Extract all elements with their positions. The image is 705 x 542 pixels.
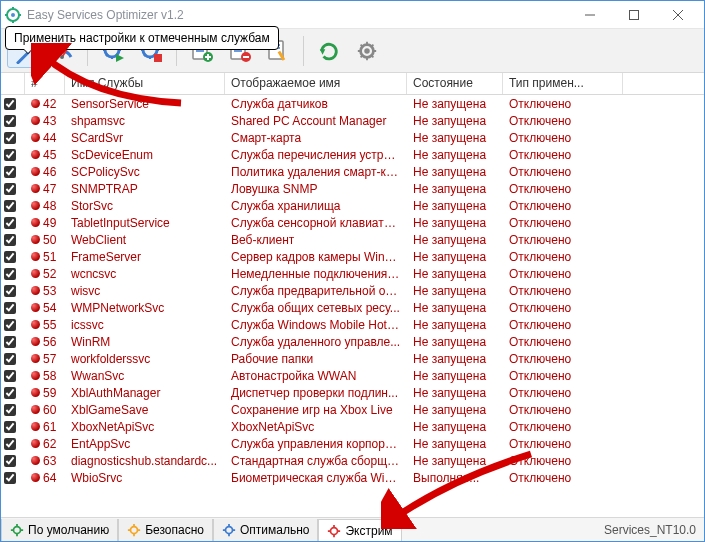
table-row[interactable]: 45ScDeviceEnumСлужба перечисления устрой… [1, 146, 704, 163]
column-checkbox[interactable] [1, 73, 25, 94]
table-row[interactable]: 49TabletInputServiceСлужба сенсорной кла… [1, 214, 704, 231]
minimize-button[interactable] [568, 1, 612, 29]
close-button[interactable] [656, 1, 700, 29]
row-checkbox[interactable] [4, 404, 16, 416]
status-dot-icon [31, 337, 40, 346]
table-row[interactable]: 63diagnosticshub.standardc...Стандартная… [1, 452, 704, 469]
table-row[interactable]: 56WinRMСлужба удаленного управле...Не за… [1, 333, 704, 350]
refresh-button[interactable] [312, 34, 346, 68]
row-checkbox[interactable] [4, 472, 16, 484]
tab-safe[interactable]: Безопасно [118, 519, 213, 541]
status-dot-icon [31, 388, 40, 397]
table-row[interactable]: 55icssvcСлужба Windows Mobile HotspotНе … [1, 316, 704, 333]
table-row[interactable]: 54WMPNetworkSvcСлужба общих сетевых ресу… [1, 299, 704, 316]
tab-label: Экстрим [345, 524, 392, 538]
table-row[interactable]: 48StorSvcСлужба хранилищаНе запущенаОткл… [1, 197, 704, 214]
table-row[interactable]: 46SCPolicySvcПолитика удаления смарт-кар… [1, 163, 704, 180]
row-display-name: Служба общих сетевых ресу... [225, 301, 407, 315]
row-checkbox[interactable] [4, 421, 16, 433]
row-checkbox[interactable] [4, 370, 16, 382]
table-row[interactable]: 60XblGameSaveСохранение игр на Xbox Live… [1, 401, 704, 418]
row-checkbox[interactable] [4, 183, 16, 195]
tab-extreme[interactable]: Экстрим [318, 519, 401, 541]
row-checkbox[interactable] [4, 166, 16, 178]
row-index: 60 [25, 403, 65, 417]
table-row[interactable]: 53wisvcСлужба предварительной оц...Не за… [1, 282, 704, 299]
row-state: Не запущена [407, 403, 503, 417]
row-checkbox[interactable] [4, 302, 16, 314]
table-row[interactable]: 42SensorServiceСлужба датчиковНе запущен… [1, 95, 704, 112]
table-row[interactable]: 43shpamsvcShared PC Account ManagerНе за… [1, 112, 704, 129]
tab-optimal[interactable]: Оптимально [213, 519, 319, 541]
table-row[interactable]: 58WwanSvcАвтонастройка WWANНе запущенаОт… [1, 367, 704, 384]
row-startup-type: Отключено [503, 471, 623, 485]
maximize-button[interactable] [612, 1, 656, 29]
row-checkbox[interactable] [4, 115, 16, 127]
row-state: Не запущена [407, 386, 503, 400]
column-service-name[interactable]: Имя Службы [65, 73, 225, 94]
row-service-name: WwanSvc [65, 369, 225, 383]
row-index: 45 [25, 148, 65, 162]
table-row[interactable]: 59XblAuthManagerДиспетчер проверки подли… [1, 384, 704, 401]
gear-icon [127, 523, 141, 537]
row-checkbox[interactable] [4, 132, 16, 144]
row-checkbox-cell [1, 370, 25, 382]
row-checkbox-cell [1, 234, 25, 246]
status-dot-icon [31, 201, 40, 210]
row-state: Не запущена [407, 369, 503, 383]
table-row[interactable]: 51FrameServerСервер кадров камеры Windo.… [1, 248, 704, 265]
column-startup-type[interactable]: Тип примен... [503, 73, 623, 94]
table-row[interactable]: 61XboxNetApiSvcXboxNetApiSvcНе запущенаО… [1, 418, 704, 435]
row-service-name: SensorService [65, 97, 225, 111]
row-service-name: icssvc [65, 318, 225, 332]
row-checkbox-cell [1, 472, 25, 484]
row-startup-type: Отключено [503, 148, 623, 162]
table-row[interactable]: 64WbioSrvcБиометрическая служба Win...Вы… [1, 469, 704, 486]
settings-button[interactable] [350, 34, 384, 68]
svg-rect-3 [630, 10, 639, 19]
row-checkbox[interactable] [4, 234, 16, 246]
svg-marker-11 [116, 54, 124, 62]
row-checkbox[interactable] [4, 217, 16, 229]
table-row[interactable]: 57workfolderssvcРабочие папкиНе запущена… [1, 350, 704, 367]
row-checkbox[interactable] [4, 285, 16, 297]
row-display-name: XboxNetApiSvc [225, 420, 407, 434]
row-checkbox[interactable] [4, 251, 16, 263]
tab-default[interactable]: По умолчанию [1, 519, 118, 541]
table-row[interactable]: 52wcncsvcНемедленные подключения W...Не … [1, 265, 704, 282]
row-checkbox[interactable] [4, 353, 16, 365]
row-checkbox[interactable] [4, 319, 16, 331]
row-index: 48 [25, 199, 65, 213]
row-checkbox[interactable] [4, 455, 16, 467]
row-startup-type: Отключено [503, 335, 623, 349]
row-checkbox[interactable] [4, 387, 16, 399]
status-dot-icon [31, 252, 40, 261]
column-index[interactable]: # [25, 73, 65, 94]
row-display-name: Стандартная служба сборщи... [225, 454, 407, 468]
row-checkbox[interactable] [4, 149, 16, 161]
services-table[interactable]: # Имя Службы Отображаемое имя Состояние … [1, 73, 704, 517]
row-checkbox[interactable] [4, 438, 16, 450]
table-row[interactable]: 47SNMPTRAPЛовушка SNMPНе запущенаОтключе… [1, 180, 704, 197]
column-display-name[interactable]: Отображаемое имя [225, 73, 407, 94]
row-display-name: Shared PC Account Manager [225, 114, 407, 128]
table-row[interactable]: 44SCardSvrСмарт-картаНе запущенаОтключен… [1, 129, 704, 146]
column-state[interactable]: Состояние [407, 73, 503, 94]
table-row[interactable]: 50WebClientВеб-клиентНе запущенаОтключен… [1, 231, 704, 248]
row-checkbox[interactable] [4, 98, 16, 110]
row-checkbox-cell [1, 387, 25, 399]
row-checkbox-cell [1, 166, 25, 178]
row-display-name: Служба предварительной оц... [225, 284, 407, 298]
row-index: 63 [25, 454, 65, 468]
row-checkbox[interactable] [4, 336, 16, 348]
row-checkbox[interactable] [4, 268, 16, 280]
table-row[interactable]: 62EntAppSvcСлужба управления корпора...Н… [1, 435, 704, 452]
titlebar: Easy Services Optimizer v1.2 [1, 1, 704, 29]
app-window: Easy Services Optimizer v1.2 Применить н… [0, 0, 705, 542]
row-index: 46 [25, 165, 65, 179]
statusbar: По умолчанию Безопасно Оптимально Экстри… [1, 517, 704, 541]
row-checkbox[interactable] [4, 200, 16, 212]
row-startup-type: Отключено [503, 250, 623, 264]
row-checkbox-cell [1, 319, 25, 331]
row-service-name: StorSvc [65, 199, 225, 213]
